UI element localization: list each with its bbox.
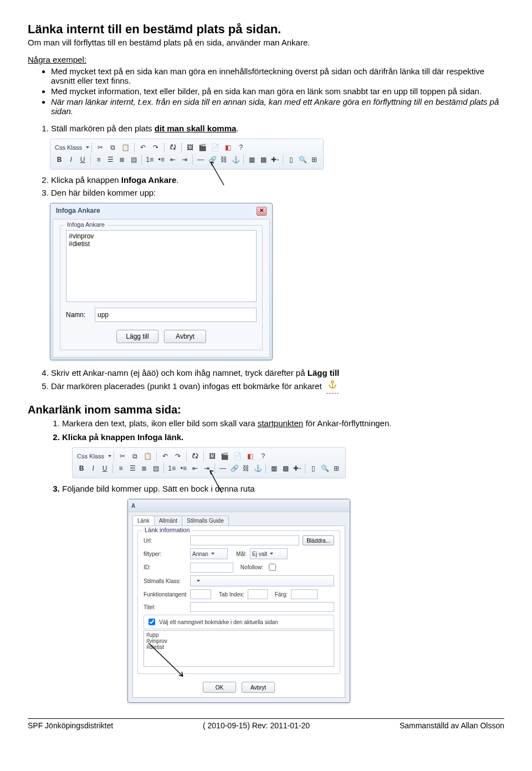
grid-icon[interactable]: ▦ [246, 154, 257, 166]
indent-icon[interactable]: ⇥ [201, 462, 212, 474]
copy-icon[interactable]: ⧉ [129, 450, 141, 462]
pdf-icon[interactable]: ◧ [244, 450, 257, 462]
ordered-list-icon[interactable]: 1≡ [144, 154, 155, 166]
outdent-icon[interactable]: ⇤ [167, 154, 178, 166]
filetype-label: filtyper: [144, 551, 187, 557]
align-center-icon[interactable]: ☰ [127, 462, 138, 474]
undo-icon[interactable]: ↶ [159, 450, 171, 462]
align-right-icon[interactable]: ≣ [139, 462, 150, 474]
anchor-icon[interactable]: ⚓ [252, 462, 263, 474]
step-4: Skriv ett Ankar-namn (ej åäö) och kom ih… [51, 368, 504, 377]
align-center-icon[interactable]: ☰ [105, 154, 116, 166]
search-icon[interactable]: 🔍 [319, 462, 330, 474]
tab-general[interactable]: Allmänt [154, 515, 182, 525]
unlink-icon[interactable]: ⛓ [241, 462, 252, 474]
align-right-icon[interactable]: ≣ [116, 154, 127, 166]
unlink-icon[interactable]: ⛓ [218, 154, 229, 166]
bold-icon[interactable]: B [54, 154, 65, 166]
close-icon[interactable]: ✕ [257, 207, 267, 216]
chevron-down-icon[interactable] [108, 455, 111, 457]
list-item[interactable]: #upp [146, 632, 331, 638]
nofollow-checkbox[interactable] [269, 564, 276, 571]
styleclass-select[interactable] [190, 575, 334, 586]
redo-icon[interactable]: ↷ [172, 450, 184, 462]
doc-icon[interactable]: 📄 [232, 450, 244, 462]
id-input[interactable] [190, 563, 233, 573]
ok-button[interactable]: OK [203, 682, 236, 693]
replace-icon[interactable]: 🗘 [189, 450, 201, 462]
plus-icon[interactable]: ✚+ [269, 154, 280, 166]
underline-icon[interactable]: U [99, 462, 110, 474]
grid2-icon[interactable]: ▩ [280, 462, 291, 474]
align-justify-icon[interactable]: ▤ [150, 462, 161, 474]
page-icon[interactable]: ▯ [285, 154, 296, 166]
media-icon[interactable]: 🎬 [219, 450, 231, 462]
italic-icon[interactable]: I [65, 154, 76, 166]
image-icon[interactable]: 🖼 [184, 141, 196, 154]
target-select[interactable]: Ej valt [250, 548, 288, 559]
anchor-icon[interactable]: ⚓ [230, 154, 241, 166]
list-item[interactable]: #dietist [146, 644, 331, 650]
steps-list: Skriv ett Ankar-namn (ej åäö) och kom ih… [28, 368, 504, 394]
cut-icon[interactable]: ✂ [116, 450, 129, 462]
help-icon[interactable]: ? [235, 141, 247, 154]
undo-icon[interactable]: ↶ [137, 141, 149, 154]
hr-icon[interactable]: — [217, 462, 228, 474]
cancel-button[interactable]: Avbryt [242, 682, 275, 693]
table-icon[interactable]: ⊞ [309, 154, 320, 166]
plus-icon[interactable]: ✚+ [291, 462, 303, 474]
named-bookmark-checkbox[interactable] [149, 619, 155, 625]
media-icon[interactable]: 🎬 [197, 141, 209, 154]
indent-icon[interactable]: ⇥ [179, 154, 190, 166]
tab-styleguide[interactable]: Stilmalls Guide [182, 515, 229, 525]
italic-icon[interactable]: I [88, 462, 99, 474]
grid2-icon[interactable]: ▩ [258, 154, 269, 166]
unordered-list-icon[interactable]: •≡ [156, 154, 167, 166]
unordered-list-icon[interactable]: •≡ [178, 462, 189, 474]
fkey-input[interactable] [190, 589, 211, 599]
list-item[interactable]: #vinprov [69, 232, 254, 240]
table-icon[interactable]: ⊞ [331, 462, 342, 474]
align-left-icon[interactable]: ≡ [93, 154, 104, 166]
bookmark-list[interactable]: #upp #vinprov #dietist [144, 630, 334, 667]
page-footer: SPF Jönköpingsdistriktet ( 2010-09-15) R… [28, 718, 504, 730]
outdent-icon[interactable]: ⇤ [190, 462, 201, 474]
anchor-listbox[interactable]: #vinprov #dietist [66, 230, 257, 302]
help-icon[interactable]: ? [257, 450, 269, 462]
grid-icon[interactable]: ▦ [268, 462, 279, 474]
redo-icon[interactable]: ↷ [150, 141, 162, 154]
bold-icon[interactable]: B [76, 462, 87, 474]
filetype-select[interactable]: Annan [190, 548, 228, 559]
browse-button[interactable]: Bläddra... [303, 535, 334, 545]
align-justify-icon[interactable]: ▤ [128, 154, 139, 166]
paste-icon[interactable]: 📋 [142, 450, 154, 462]
footer-right: Sammanställd av Allan Olsson [400, 721, 504, 730]
add-button[interactable]: Lägg till [116, 330, 158, 343]
cancel-button[interactable]: Avbryt [164, 330, 206, 343]
search-icon[interactable]: 🔍 [297, 154, 308, 166]
align-left-icon[interactable]: ≡ [115, 462, 126, 474]
replace-icon[interactable]: 🗘 [167, 141, 179, 154]
underline-icon[interactable]: U [77, 154, 88, 166]
copy-icon[interactable]: ⧉ [107, 141, 119, 154]
chevron-down-icon[interactable] [86, 146, 89, 149]
hr-icon[interactable]: — [195, 154, 206, 166]
ordered-list-icon[interactable]: 1≡ [166, 462, 177, 474]
link-icon[interactable]: 🔗 [229, 462, 240, 474]
link-icon[interactable]: 🔗 [207, 154, 218, 166]
color-input[interactable] [291, 589, 318, 599]
insert-link-dialog: A Länk Allmänt Stilmalls Guide Länk info… [127, 499, 350, 703]
list-item[interactable]: #dietist [69, 240, 254, 248]
list-item[interactable]: #vinprov [146, 638, 331, 644]
title-input[interactable] [190, 602, 334, 612]
tabindex-input[interactable] [248, 589, 268, 599]
pdf-icon[interactable]: ◧ [222, 141, 234, 154]
doc-icon[interactable]: 📄 [209, 141, 222, 154]
tab-link[interactable]: Länk [132, 515, 155, 525]
url-input[interactable] [190, 535, 299, 545]
paste-icon[interactable]: 📋 [120, 141, 132, 154]
page-icon[interactable]: ▯ [308, 462, 319, 474]
image-icon[interactable]: 🖼 [206, 450, 218, 462]
cut-icon[interactable]: ✂ [94, 141, 106, 154]
anchor-name-input[interactable] [95, 308, 257, 322]
